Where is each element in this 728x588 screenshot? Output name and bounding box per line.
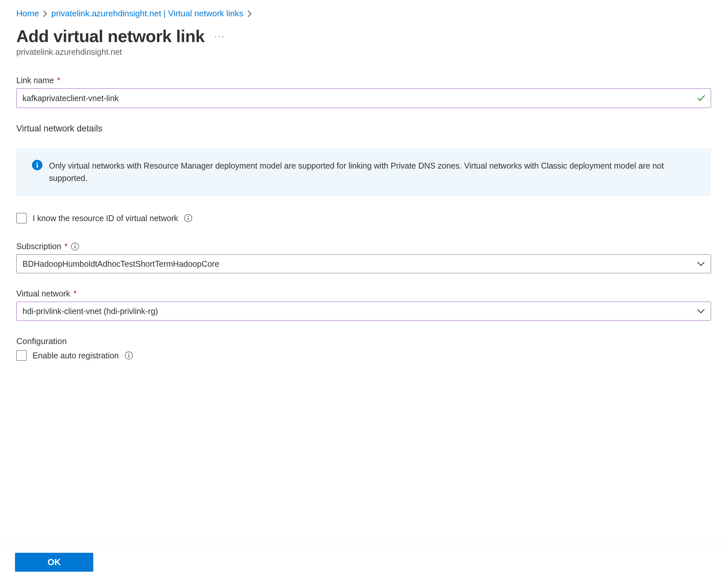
checkmark-icon bbox=[697, 93, 706, 103]
breadcrumb: Home privatelink.azurehdinsight.net | Vi… bbox=[16, 8, 711, 19]
svg-rect-5 bbox=[188, 216, 189, 217]
info-banner-text: Only virtual networks with Resource Mana… bbox=[49, 161, 664, 183]
vnet-label: Virtual network * bbox=[16, 289, 711, 298]
help-icon[interactable] bbox=[184, 214, 192, 223]
help-icon[interactable] bbox=[125, 351, 133, 360]
help-icon[interactable] bbox=[71, 242, 79, 251]
subscription-value: BDHadoopHumboldtAdhocTestShortTermHadoop… bbox=[22, 259, 219, 269]
enable-auto-registration-checkbox[interactable] bbox=[16, 350, 27, 361]
required-indicator: * bbox=[65, 241, 68, 251]
svg-rect-1 bbox=[37, 164, 38, 168]
info-icon bbox=[32, 160, 42, 170]
subscription-dropdown[interactable]: BDHadoopHumboldtAdhocTestShortTermHadoop… bbox=[16, 254, 711, 273]
svg-rect-4 bbox=[188, 217, 189, 220]
breadcrumb-home[interactable]: Home bbox=[16, 8, 39, 19]
page-subtitle: privatelink.azurehdinsight.net bbox=[16, 47, 711, 57]
required-indicator: * bbox=[74, 289, 77, 298]
link-name-label: Link name * bbox=[16, 76, 711, 85]
svg-rect-10 bbox=[128, 355, 129, 357]
svg-rect-8 bbox=[75, 244, 76, 245]
vnet-details-heading: Virtual network details bbox=[16, 124, 711, 134]
more-actions-icon[interactable]: ··· bbox=[214, 31, 225, 41]
breadcrumb-zone[interactable]: privatelink.azurehdinsight.net | Virtual… bbox=[51, 8, 243, 19]
svg-rect-11 bbox=[128, 354, 129, 355]
link-name-input[interactable] bbox=[16, 88, 711, 108]
know-resource-id-checkbox[interactable] bbox=[16, 213, 27, 224]
know-resource-id-label: I know the resource ID of virtual networ… bbox=[33, 214, 178, 223]
chevron-right-icon bbox=[247, 10, 252, 17]
page-title: Add virtual network link bbox=[16, 26, 205, 46]
required-indicator: * bbox=[57, 76, 60, 85]
enable-auto-registration-label: Enable auto registration bbox=[33, 351, 119, 360]
subscription-label: Subscription * bbox=[16, 241, 711, 251]
configuration-heading: Configuration bbox=[16, 336, 711, 346]
svg-rect-2 bbox=[37, 162, 38, 164]
footer-bar: OK bbox=[0, 544, 728, 572]
virtual-network-dropdown[interactable]: hdi-privlink-client-vnet (hdi-privlink-r… bbox=[16, 302, 711, 320]
ok-button[interactable]: OK bbox=[15, 553, 93, 572]
info-banner: Only virtual networks with Resource Mana… bbox=[16, 148, 711, 196]
chevron-down-icon bbox=[697, 309, 705, 314]
chevron-down-icon bbox=[697, 261, 705, 267]
svg-rect-7 bbox=[75, 246, 76, 249]
chevron-right-icon bbox=[43, 10, 47, 17]
virtual-network-value: hdi-privlink-client-vnet (hdi-privlink-r… bbox=[22, 307, 158, 316]
